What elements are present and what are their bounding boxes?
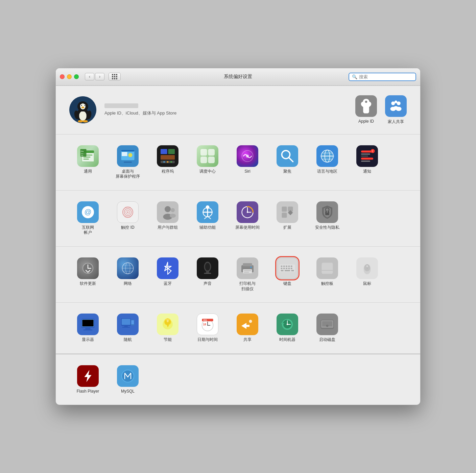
flash-icon bbox=[77, 365, 99, 387]
svg-rect-118 bbox=[286, 268, 287, 269]
display-item[interactable]: 显示器 bbox=[69, 311, 106, 345]
svg-rect-137 bbox=[124, 326, 128, 327]
touchid-item[interactable]: 触控 ID bbox=[109, 199, 146, 238]
display-icon bbox=[77, 314, 99, 335]
family-sharing-icon bbox=[385, 95, 407, 117]
sidecar-item[interactable]: 随航 bbox=[109, 311, 146, 345]
timemachine-item[interactable]: 时间机器 bbox=[269, 311, 306, 345]
datetime-item[interactable]: JUL 18 日期与时间 bbox=[189, 311, 226, 345]
svg-rect-115 bbox=[291, 266, 292, 267]
svg-rect-134 bbox=[82, 320, 94, 327]
startup-item[interactable]: 启动磁盘 bbox=[309, 311, 346, 345]
svg-point-75 bbox=[170, 214, 176, 218]
language-icon bbox=[316, 145, 338, 167]
control-item[interactable]: 调度中心 bbox=[189, 143, 226, 182]
svg-rect-60 bbox=[361, 153, 370, 154]
svg-text:!: ! bbox=[372, 150, 373, 152]
spotlight-item[interactable]: 聚焦 bbox=[269, 143, 306, 182]
maximize-button[interactable] bbox=[74, 74, 79, 79]
printer-icon bbox=[237, 257, 258, 279]
family-sharing-label: 家人共享 bbox=[388, 119, 404, 125]
general-item[interactable]: File New Ope 通用 bbox=[69, 143, 106, 182]
internet-item[interactable]: @ 互联网帐户 bbox=[69, 199, 106, 238]
printer-item[interactable]: 打印机与扫描仪 bbox=[229, 255, 266, 294]
svg-point-14 bbox=[365, 101, 367, 103]
close-button[interactable] bbox=[60, 74, 65, 79]
other-grid: Flash Player MySQL bbox=[69, 363, 407, 397]
mysql-item[interactable]: MySQL bbox=[109, 363, 146, 397]
sharing-item[interactable]: 共享 bbox=[229, 311, 266, 345]
svg-rect-111 bbox=[281, 266, 283, 267]
keyboard-item[interactable]: 键盘 bbox=[269, 255, 306, 294]
family-sharing-button[interactable]: 家人共享 bbox=[385, 95, 407, 125]
svg-point-109 bbox=[250, 267, 252, 268]
svg-point-76 bbox=[206, 205, 210, 209]
svg-rect-62 bbox=[361, 157, 373, 159]
svg-rect-44 bbox=[208, 149, 215, 156]
svg-rect-24 bbox=[84, 156, 91, 157]
svg-text:New: New bbox=[81, 153, 84, 154]
svg-text:@: @ bbox=[85, 208, 92, 216]
svg-point-9 bbox=[81, 107, 84, 108]
svg-rect-37 bbox=[168, 149, 175, 154]
security2-item[interactable]: 安全性与隐私 bbox=[309, 199, 346, 238]
svg-point-129 bbox=[366, 265, 368, 267]
search-input[interactable] bbox=[359, 74, 413, 79]
screentime-item[interactable]: 屏幕使用时间 bbox=[229, 199, 266, 238]
svg-rect-57 bbox=[320, 155, 334, 157]
svg-point-101 bbox=[205, 263, 210, 271]
network-item[interactable]: 网络 bbox=[109, 255, 146, 294]
apple-id-button[interactable]: Apple ID bbox=[355, 95, 377, 125]
system-section: 显示器 随航 bbox=[56, 303, 420, 354]
avatar-image bbox=[69, 96, 96, 123]
svg-rect-31 bbox=[121, 150, 135, 152]
extensions-item[interactable]: 扩展 bbox=[269, 199, 306, 238]
control-label: 调度中心 bbox=[199, 169, 216, 174]
svg-rect-63 bbox=[361, 160, 370, 161]
forward-button[interactable]: › bbox=[95, 73, 104, 80]
traffic-lights bbox=[60, 74, 79, 79]
mouse-item[interactable]: 鼠标 bbox=[349, 255, 386, 294]
grid-view-button[interactable] bbox=[109, 73, 121, 81]
svg-rect-151 bbox=[240, 317, 255, 331]
accessibility-item[interactable]: 辅助功能 bbox=[189, 199, 226, 238]
mysql-icon bbox=[117, 365, 139, 387]
network-label: 网络 bbox=[124, 281, 132, 287]
notification-item[interactable]: ! 通知 bbox=[349, 143, 386, 182]
minimize-button[interactable] bbox=[67, 74, 72, 79]
svg-point-35 bbox=[128, 153, 133, 157]
language-label: 语言与地区 bbox=[317, 169, 337, 174]
profile-name bbox=[104, 103, 138, 108]
internet-label: 互联网帐户 bbox=[82, 225, 94, 235]
siri-item[interactable]: Siri bbox=[229, 143, 266, 182]
language-item[interactable]: 语言与地区 bbox=[309, 143, 346, 182]
hardware-grid: 软件更新 网络 bbox=[69, 255, 407, 294]
search-box[interactable]: 🔍 bbox=[349, 73, 416, 81]
svg-rect-138 bbox=[122, 327, 130, 328]
sound-item[interactable]: 声音 bbox=[189, 255, 226, 294]
screentime-icon bbox=[237, 201, 258, 223]
trackpad-item[interactable]: 触控板 bbox=[309, 255, 346, 294]
desktop-item[interactable]: 桌面与屏幕保护程序 bbox=[109, 143, 146, 182]
svg-point-48 bbox=[246, 154, 249, 157]
flash-item[interactable]: Flash Player bbox=[69, 363, 106, 397]
control-icon bbox=[197, 145, 218, 167]
sound-label: 声音 bbox=[204, 281, 212, 287]
svg-rect-113 bbox=[286, 266, 287, 267]
window-title: 系统偏好设置 bbox=[224, 74, 252, 80]
energy-item[interactable]: 节能 bbox=[149, 311, 186, 345]
other-section: Flash Player MySQL bbox=[56, 354, 420, 405]
users-item[interactable]: 用户与群组 bbox=[149, 199, 186, 238]
softwareupdate-item[interactable]: 软件更新 bbox=[69, 255, 106, 294]
system-preferences-window: ‹ › 系统偏好设置 🔍 bbox=[55, 68, 421, 405]
sharing-label: 共享 bbox=[243, 337, 252, 343]
timemachine-label: 时间机器 bbox=[279, 337, 295, 343]
svg-point-162 bbox=[327, 325, 328, 326]
notification-icon: ! bbox=[356, 145, 378, 167]
profile-icons: Apple ID 家人共享 bbox=[355, 95, 407, 125]
bluetooth-item[interactable]: 蓝牙 bbox=[149, 255, 186, 294]
back-icon: ‹ bbox=[89, 74, 90, 79]
back-button[interactable]: ‹ bbox=[85, 73, 94, 80]
svg-rect-38 bbox=[161, 155, 175, 160]
mission-item[interactable]: 程序坞 bbox=[149, 143, 186, 182]
